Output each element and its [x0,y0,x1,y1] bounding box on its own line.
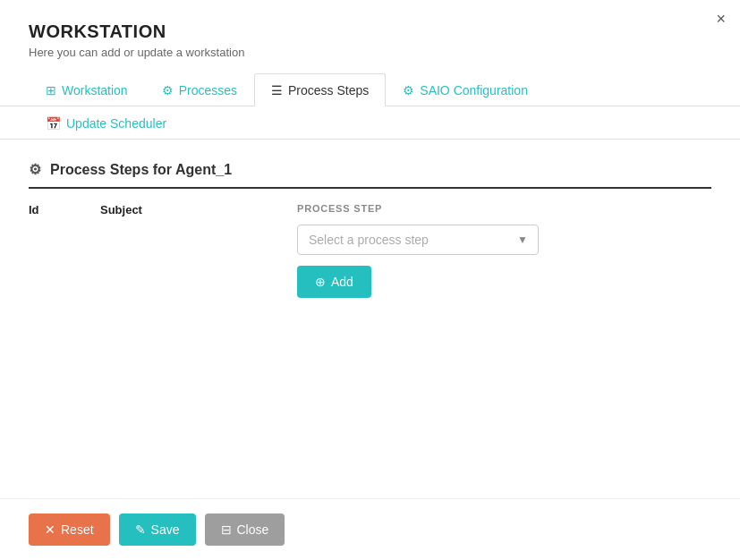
tab-saio-config-label: SAIO Configuration [420,83,528,98]
reset-icon: ✕ [45,522,55,537]
reset-label: Reset [61,522,94,537]
table-area: Id Subject PROCESS STEP Select a process… [29,203,711,298]
col-id-header: Id [29,203,82,216]
section-icon: ⚙ [29,161,41,178]
tab-processes[interactable]: ⚙ Processes [145,73,254,106]
modal: × WORKSTATION Here you can add or update… [0,0,740,560]
process-step-select-wrapper: Select a process step ▼ [297,225,539,255]
add-button[interactable]: ⊕ Add [297,266,371,298]
workstation-icon: ⊞ [46,83,56,98]
tab-update-scheduler[interactable]: 📅 Update Scheduler [29,106,183,140]
tab-processes-label: Processes [179,83,237,98]
tab-process-steps[interactable]: ☰ Process Steps [254,73,386,106]
modal-footer: ✕ Reset ✎ Save ⊟ Close [0,498,740,560]
modal-body: ⚙ Process Steps for Agent_1 Id Subject P… [0,140,740,319]
process-step-area: PROCESS STEP Select a process step ▼ ⊕ A… [297,203,539,298]
section-header: ⚙ Process Steps for Agent_1 [29,161,711,189]
tabs-row-1: ⊞ Workstation ⚙ Processes ☰ Process Step… [0,73,740,106]
save-icon: ✎ [135,522,146,537]
table-columns: Id Subject [29,203,279,216]
close-label: Close [237,522,269,537]
tab-update-scheduler-label: Update Scheduler [66,116,166,131]
section-title: Process Steps for Agent_1 [50,162,232,178]
tab-saio-config[interactable]: ⚙ SAIO Configuration [386,73,545,106]
processes-icon: ⚙ [162,83,174,98]
process-step-select[interactable]: Select a process step [297,225,539,255]
close-icon: ⊟ [221,522,232,537]
process-steps-icon: ☰ [271,83,283,98]
tab-workstation[interactable]: ⊞ Workstation [29,73,145,106]
add-label: Add [331,275,353,289]
process-step-label: PROCESS STEP [297,203,539,214]
tabs-row-2: 📅 Update Scheduler [0,106,740,140]
close-button[interactable]: ⊟ Close [205,513,285,546]
tab-workstation-label: Workstation [62,83,128,98]
modal-title: WORKSTATION [29,21,711,42]
add-icon: ⊕ [315,275,326,289]
update-scheduler-icon: 📅 [46,116,61,131]
saio-config-icon: ⚙ [403,83,414,98]
col-subject-header: Subject [100,203,279,216]
modal-subtitle: Here you can add or update a workstation [29,46,711,59]
modal-header: WORKSTATION Here you can add or update a… [0,0,740,73]
reset-button[interactable]: ✕ Reset [29,513,110,546]
save-label: Save [151,522,180,537]
tab-process-steps-label: Process Steps [288,83,369,98]
modal-close-button[interactable]: × [716,11,726,27]
save-button[interactable]: ✎ Save [119,513,196,546]
